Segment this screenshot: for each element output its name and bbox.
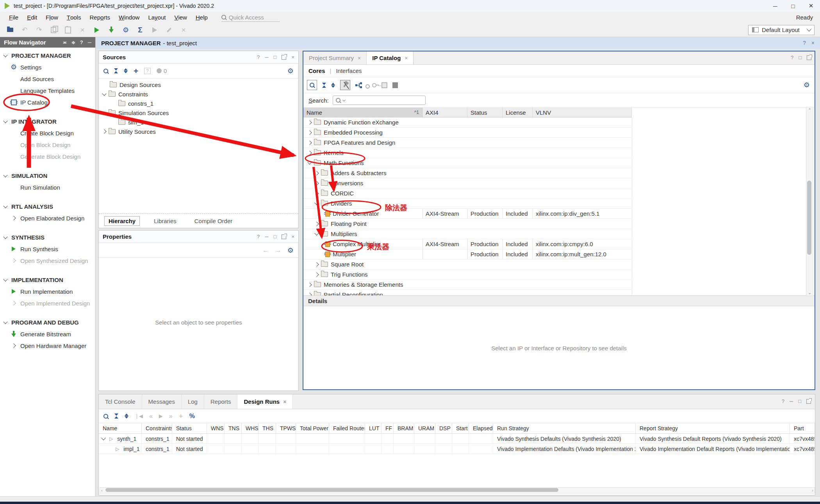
source-item-sim-1[interactable]: sim_1 <box>99 117 298 127</box>
float-panel-icon[interactable] <box>282 234 286 239</box>
ip-row-dividers[interactable]: Dividers <box>303 199 632 209</box>
maximize-button[interactable]: □ <box>784 0 802 12</box>
minimize-panel-icon[interactable]: ─ <box>265 234 268 240</box>
expand-all-icon[interactable] <box>331 83 335 88</box>
source-item-simulation-sources[interactable]: Simulation Sources <box>99 108 298 117</box>
fn-item-run-implementation[interactable]: Run Implementation <box>0 286 95 297</box>
expand-all-icon[interactable] <box>125 413 128 419</box>
quick-access-search[interactable]: Quick Access <box>221 13 280 22</box>
gear-icon[interactable]: ⚙ <box>287 247 294 254</box>
vertical-scrollbar[interactable]: ⌃ ⌄ <box>806 107 813 296</box>
minimize-panel-icon[interactable]: ─ <box>88 39 91 45</box>
scroll-right-icon[interactable]: › <box>812 488 813 493</box>
column-header-name[interactable]: Name^1 <box>303 108 422 117</box>
fn-item-open-block-design[interactable]: Open Block Design <box>0 139 95 151</box>
tab-tcl-console[interactable]: Tcl Console <box>99 394 142 409</box>
menu-window[interactable]: Window <box>114 12 144 23</box>
tab-hierarchy[interactable]: Hierarchy <box>104 216 140 226</box>
fn-section-header-synthesis[interactable]: SYNTHESIS <box>0 231 95 243</box>
fn-item-run-synthesis[interactable]: Run Synthesis <box>0 243 95 255</box>
fn-section-header-simulation[interactable]: SIMULATION <box>0 170 95 181</box>
gear-icon[interactable]: ⚙ <box>804 82 810 89</box>
column-header-vlnv[interactable]: VLNV <box>533 108 632 117</box>
menu-edit[interactable]: Edit <box>23 12 41 23</box>
menu-help[interactable]: Help <box>191 12 212 23</box>
help-icon[interactable]: ? <box>257 54 260 60</box>
collapse-all-icon[interactable] <box>114 413 118 419</box>
fn-item-run-simulation[interactable]: Run Simulation <box>0 181 95 193</box>
tab-ip-catalog[interactable]: IP Catalog× <box>367 51 414 64</box>
menu-view[interactable]: View <box>170 12 191 23</box>
column-header-lut[interactable]: LUT <box>365 423 381 433</box>
column-header-name[interactable]: Name <box>99 423 142 433</box>
fn-section-header-ip-integrator[interactable]: IP INTEGRATOR <box>0 115 95 127</box>
collapse-all-icon[interactable] <box>114 68 118 73</box>
ip-row-kernels[interactable]: Kernels <box>303 148 632 158</box>
fn-item-add-sources[interactable]: Add Sources <box>0 73 95 85</box>
ip-row-fpga-features-and-design[interactable]: FPGA Features and Design <box>303 138 632 148</box>
run-row-impl-1[interactable]: ▷impl_1constrs_1Not startedVivado Implem… <box>99 444 815 454</box>
float-panel-icon[interactable] <box>806 399 811 404</box>
ip-row-math-functions[interactable]: Math Functions <box>303 158 632 168</box>
close-button[interactable]: ✕ <box>802 0 820 12</box>
column-header-report-strategy[interactable]: Report Strategy <box>636 423 790 433</box>
column-header-ff[interactable]: FF <box>381 423 394 433</box>
settings-gear-icon[interactable]: ⚙ <box>122 26 130 34</box>
column-header-failed-routes[interactable]: Failed Routes <box>329 423 365 433</box>
search-icon[interactable] <box>307 80 317 90</box>
subtab-cores[interactable]: Cores <box>308 67 325 74</box>
column-header-tpws[interactable]: TPWS <box>276 423 296 433</box>
generate-bitstream-icon[interactable] <box>107 26 115 34</box>
column-header-status[interactable]: Status <box>467 108 503 117</box>
ip-row-multiplier[interactable]: MultiplierProductionIncludedxilinx.com:i… <box>303 249 632 259</box>
fn-section-header-project-manager[interactable]: PROJECT MANAGER <box>0 50 95 61</box>
tab-libraries[interactable]: Libraries <box>150 217 180 225</box>
close-icon[interactable]: × <box>811 40 815 46</box>
expand-all-icon[interactable] <box>124 68 128 73</box>
fn-item-generate-block-design[interactable]: Generate Block Design <box>0 151 95 162</box>
column-header-status[interactable]: Status <box>172 423 207 433</box>
column-header-dsp[interactable]: DSP <box>435 423 452 433</box>
tab-messages[interactable]: Messages <box>142 394 182 409</box>
ip-row-square-root[interactable]: Square Root <box>303 259 632 270</box>
close-icon[interactable]: × <box>283 399 286 405</box>
ip-row-cordic[interactable]: CORDIC <box>303 188 632 199</box>
fn-item-open-elaborated-design[interactable]: Open Elaborated Design <box>0 212 95 224</box>
tab-design-runs[interactable]: Design Runs× <box>237 394 293 409</box>
column-header-elapsed[interactable]: Elapsed <box>469 423 493 433</box>
add-sources-icon[interactable]: + <box>134 66 138 76</box>
scroll-left-icon[interactable]: ‹ <box>101 488 103 493</box>
fn-section-header-rtl-analysis[interactable]: RTL ANALYSIS <box>0 201 95 212</box>
subtab-interfaces[interactable]: Interfaces <box>336 67 362 74</box>
source-item-design-sources[interactable]: Design Sources <box>99 80 298 89</box>
horizontal-scrollbar[interactable]: ‹ › <box>100 487 815 493</box>
column-header-license[interactable]: License <box>503 108 533 117</box>
fn-item-open-synthesized-design[interactable]: Open Synthesized Design <box>0 255 95 266</box>
tab-project-summary[interactable]: Project Summary× <box>303 51 367 64</box>
ip-row-adders-subtracters[interactable]: Adders & Subtracters <box>303 168 632 178</box>
tab-compile-order[interactable]: Compile Order <box>191 217 237 225</box>
search-icon[interactable] <box>103 414 108 419</box>
tab-reports[interactable]: Reports <box>204 394 238 409</box>
column-header-tns[interactable]: TNS <box>225 423 242 433</box>
ip-row-complex-multiplier[interactable]: Complex MultiplierAXI4-StreamProductionI… <box>303 239 632 249</box>
column-header-uram[interactable]: URAM <box>414 423 435 433</box>
source-item-utility-sources[interactable]: Utility Sources <box>99 127 298 136</box>
expand-all-icon[interactable]: ≑ <box>71 40 75 45</box>
minimize-panel-icon[interactable]: ─ <box>265 54 268 60</box>
fn-section-header-program-and-debug[interactable]: PROGRAM AND DEBUG <box>0 316 95 328</box>
gear-icon[interactable]: ⚙ <box>287 67 294 75</box>
close-icon[interactable]: × <box>358 55 361 61</box>
ip-row-multipliers[interactable]: Multipliers <box>303 229 632 239</box>
column-header-constraints[interactable]: Constraints <box>142 423 172 433</box>
run-icon[interactable] <box>93 26 101 34</box>
column-header-run-strategy[interactable]: Run Strategy <box>493 423 636 433</box>
float-panel-icon[interactable] <box>807 55 811 60</box>
ip-row-divider-generator[interactable]: Divider GeneratorAXI4-StreamProductionIn… <box>303 209 632 219</box>
column-header-axi4[interactable]: AXI4 <box>422 108 467 117</box>
help-icon[interactable]: ? <box>782 398 784 404</box>
fn-item-generate-bitstream[interactable]: Generate Bitstream <box>0 328 95 340</box>
ip-row-trig-functions[interactable]: Trig Functions <box>303 270 632 280</box>
scrollbar-thumb[interactable] <box>105 488 558 492</box>
chevron-down-icon[interactable] <box>101 436 105 440</box>
